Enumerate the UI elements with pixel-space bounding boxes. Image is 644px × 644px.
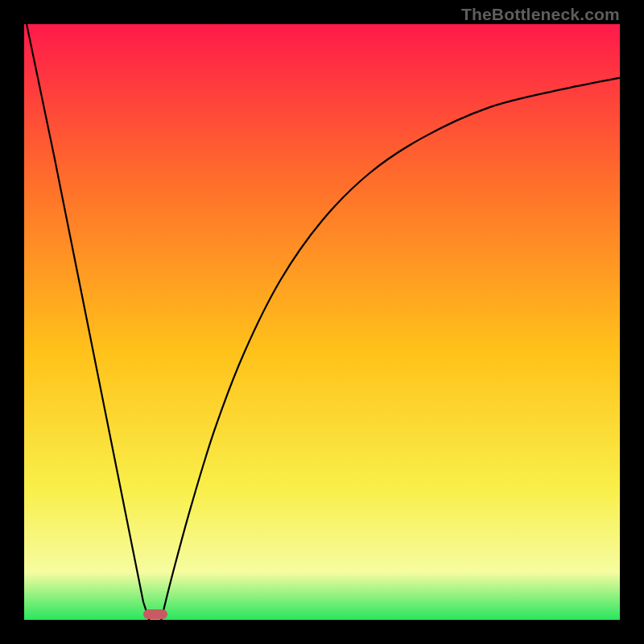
plot-area (24, 24, 620, 620)
bottleneck-curve (24, 24, 620, 620)
watermark-text: TheBottleneck.com (461, 5, 620, 24)
optimum-marker (143, 609, 167, 619)
chart-frame: TheBottleneck.com (0, 0, 644, 644)
